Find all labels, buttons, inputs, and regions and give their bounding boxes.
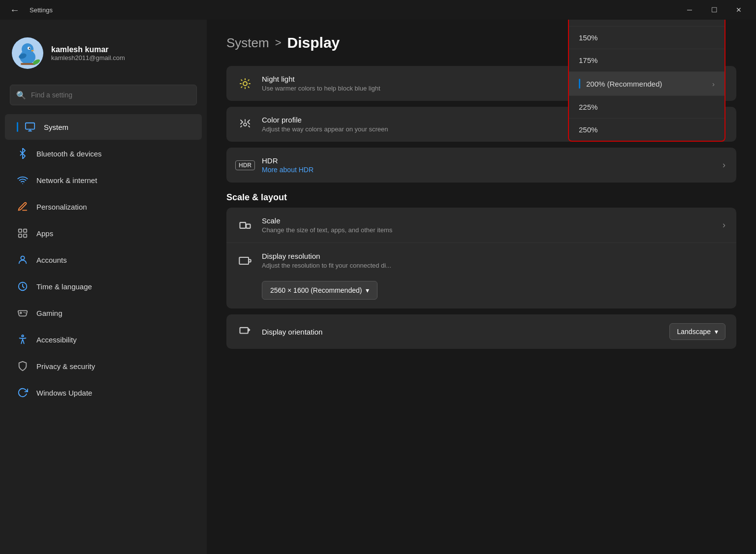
minimize-button[interactable]: ─ [678, 2, 701, 18]
svg-rect-9 [26, 123, 34, 129]
time-icon [17, 280, 29, 292]
svg-point-16 [22, 335, 24, 337]
system-icon [24, 121, 36, 133]
night-light-icon [237, 76, 253, 92]
svg-point-14 [21, 256, 24, 260]
scale-dropdown-popup: 100% 125% 150% 175% 200% (Recommended) [568, 20, 725, 142]
hdr-text: HDR More about HDR [262, 156, 714, 174]
scale-option-225[interactable]: 225% [569, 96, 724, 119]
hdr-title: HDR [262, 156, 714, 165]
hdr-group: HDR HDR More about HDR › 100% 125% [226, 148, 736, 183]
color-profile-icon [237, 117, 253, 132]
search-input[interactable] [31, 91, 190, 99]
user-profile[interactable]: kamlesh kumar kamlesh2011@gmail.com [0, 30, 207, 81]
orientation-arrow: ▾ [715, 328, 718, 336]
sidebar-item-label-accessibility: Accessibility [36, 336, 77, 344]
svg-rect-20 [246, 224, 250, 228]
hdr-icon: HDR [237, 157, 253, 173]
resolution-icon [237, 253, 253, 269]
user-info: kamlesh kumar kamlesh2011@gmail.com [51, 45, 195, 62]
svg-rect-22 [240, 328, 248, 334]
update-icon [17, 387, 29, 399]
svg-rect-12 [19, 234, 22, 237]
scale-control: › [723, 220, 725, 230]
search-box[interactable]: 🔍 [10, 85, 197, 105]
titlebar-controls: ─ ☐ ✕ [678, 2, 750, 18]
resolution-value: 2560 × 1600 (Recommended) [270, 286, 362, 294]
titlebar: ← Settings ─ ☐ ✕ [0, 0, 756, 20]
resolution-arrow: ▾ [366, 286, 369, 294]
svg-rect-11 [24, 229, 27, 232]
orientation-control: Landscape ▾ [669, 323, 725, 340]
accessibility-icon [17, 334, 29, 345]
scale-option-225-label: 225% [579, 103, 598, 111]
scale-option-250[interactable]: 250% [569, 119, 724, 141]
scale-option-125[interactable]: 125% [569, 20, 724, 27]
sidebar-item-label-privacy: Privacy & security [36, 362, 95, 370]
resolution-subtitle: Adjust the resolution to fit your connec… [262, 262, 725, 269]
sidebar-item-gaming[interactable]: Gaming [5, 300, 202, 326]
resolution-dropdown[interactable]: 2560 × 1600 (Recommended) ▾ [262, 281, 378, 300]
resolution-header: Display resolution Adjust the resolution… [237, 252, 725, 269]
hdr-link[interactable]: More about HDR [262, 166, 714, 174]
main-container: kamlesh kumar kamlesh2011@gmail.com 🔍 [0, 20, 756, 554]
wifi-icon [17, 174, 29, 186]
svg-point-4 [29, 48, 31, 49]
sidebar-item-apps[interactable]: Apps [5, 220, 202, 246]
scale-option-175[interactable]: 175% [569, 49, 724, 72]
scale-icon [237, 217, 253, 233]
hdr-control: › [723, 160, 725, 170]
sidebar-item-label-system: System [44, 123, 68, 131]
scale-selected-indicator [579, 79, 580, 89]
user-email: kamlesh2011@gmail.com [51, 54, 195, 62]
back-button[interactable]: ← [6, 2, 24, 18]
scale-option-150[interactable]: 150% [569, 27, 724, 49]
sidebar-item-privacy[interactable]: Privacy & security [5, 353, 202, 379]
maximize-button[interactable]: ☐ [703, 2, 725, 18]
sidebar-item-accessibility[interactable]: Accessibility [5, 327, 202, 352]
sidebar-item-label-accounts: Accounts [36, 256, 67, 264]
scale-option-175-label: 175% [579, 56, 598, 64]
svg-rect-21 [239, 257, 249, 264]
sidebar-item-label-apps: Apps [36, 229, 53, 238]
sidebar-item-time[interactable]: Time & language [5, 274, 202, 299]
sidebar-item-label-bluetooth: Bluetooth & devices [36, 150, 102, 158]
orientation-title: Display orientation [262, 328, 661, 336]
sidebar-item-label-update: Windows Update [36, 389, 92, 397]
sidebar-item-personalization[interactable]: Personalization [5, 194, 202, 219]
scale-text: Scale Change the size of text, apps, and… [262, 216, 714, 234]
titlebar-left: ← Settings [6, 2, 53, 18]
scale-layout-group: Scale Change the size of text, apps, and… [226, 208, 736, 308]
scale-title: Scale [262, 216, 714, 225]
sidebar-item-label-gaming: Gaming [36, 309, 63, 317]
sidebar-item-windows-update[interactable]: Windows Update [5, 380, 202, 405]
sidebar-item-label-network: Network & internet [36, 176, 97, 185]
resolution-item[interactable]: Display resolution Adjust the resolution… [226, 243, 736, 308]
personalization-icon [17, 201, 29, 213]
close-button[interactable]: ✕ [727, 2, 750, 18]
bluetooth-icon [17, 148, 29, 159]
resolution-dropdown-container: 2560 × 1600 (Recommended) ▾ [237, 275, 378, 300]
titlebar-title: Settings [30, 6, 53, 14]
orientation-dropdown[interactable]: Landscape ▾ [669, 323, 725, 340]
hdr-chevron: › [723, 160, 725, 170]
search-container: 🔍 [0, 81, 207, 113]
sidebar: kamlesh kumar kamlesh2011@gmail.com 🔍 [0, 20, 207, 554]
svg-rect-13 [24, 234, 27, 237]
scale-item[interactable]: Scale Change the size of text, apps, and… [226, 208, 736, 243]
sidebar-item-accounts[interactable]: Accounts [5, 247, 202, 273]
hdr-item[interactable]: HDR HDR More about HDR › 100% 125% [226, 148, 736, 183]
svg-rect-19 [240, 222, 246, 228]
scale-option-200[interactable]: 200% (Recommended) › [569, 72, 724, 96]
sidebar-item-system[interactable]: System [5, 114, 202, 140]
avatar [12, 37, 43, 69]
scale-chevron: › [723, 220, 725, 230]
sidebar-item-bluetooth[interactable]: Bluetooth & devices [5, 141, 202, 166]
apps-icon [17, 227, 29, 239]
orientation-item[interactable]: Display orientation Landscape ▾ [226, 314, 736, 349]
sidebar-item-network[interactable]: Network & internet [5, 167, 202, 193]
breadcrumb-separator: > [275, 36, 282, 49]
scale-subtitle: Change the size of text, apps, and other… [262, 226, 714, 234]
scale-option-200-chevron: › [712, 80, 715, 88]
breadcrumb-current: Display [287, 34, 340, 51]
